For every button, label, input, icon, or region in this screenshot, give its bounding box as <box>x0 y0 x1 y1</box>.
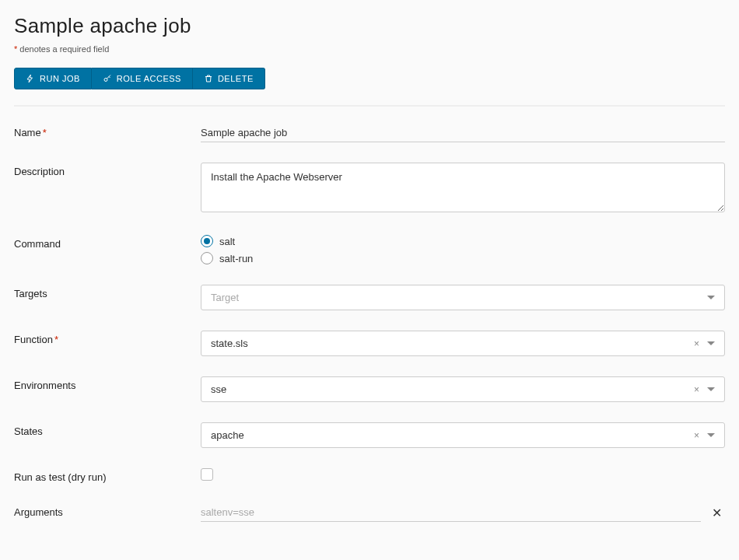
run-job-button[interactable]: RUN JOB <box>14 68 92 89</box>
name-label: Name* <box>14 124 201 138</box>
states-select[interactable]: apache × <box>201 422 725 448</box>
command-radio-salt[interactable]: salt <box>201 235 725 247</box>
section-divider <box>14 105 725 107</box>
page-title: Sample apache job <box>14 14 725 38</box>
bolt-icon <box>26 74 35 83</box>
radio-unchecked-icon <box>201 252 213 264</box>
run-as-test-checkbox[interactable] <box>201 468 213 481</box>
select-placeholder: Target <box>211 292 239 303</box>
key-icon <box>103 74 112 83</box>
command-label: Command <box>14 235 201 250</box>
radio-label: salt-run <box>219 253 253 264</box>
environments-select[interactable]: sse × <box>201 376 725 402</box>
command-radio-salt-run[interactable]: salt-run <box>201 252 725 264</box>
chevron-down-icon <box>707 296 715 299</box>
states-label: States <box>14 422 201 437</box>
chevron-down-icon <box>707 433 715 437</box>
function-select[interactable]: state.sls × <box>201 331 725 356</box>
targets-select[interactable]: Target <box>201 285 725 310</box>
name-input[interactable] <box>201 124 725 142</box>
radio-checked-icon <box>201 235 213 247</box>
role-access-button[interactable]: ROLE ACCESS <box>92 68 193 89</box>
argument-item: ✕ <box>201 503 725 522</box>
chevron-down-icon <box>707 387 715 391</box>
trash-icon <box>204 74 213 83</box>
arguments-label: Arguments <box>14 503 201 518</box>
targets-label: Targets <box>14 285 201 299</box>
svg-point-0 <box>104 79 107 82</box>
chevron-down-icon <box>707 341 715 345</box>
select-value: sse <box>211 383 226 395</box>
argument-input[interactable] <box>201 503 701 522</box>
clear-icon[interactable]: × <box>694 431 699 440</box>
remove-argument-icon[interactable]: ✕ <box>709 506 725 520</box>
select-value: state.sls <box>211 338 248 349</box>
environments-label: Environments <box>14 376 201 391</box>
description-textarea[interactable]: Install the Apache Webserver <box>201 163 725 212</box>
delete-button[interactable]: DELETE <box>193 68 265 89</box>
required-field-note: *denotes a required field <box>14 44 725 54</box>
function-label: Function* <box>14 331 201 345</box>
clear-icon[interactable]: × <box>694 385 699 394</box>
select-value: apache <box>211 429 244 441</box>
radio-label: salt <box>219 236 235 247</box>
clear-icon[interactable]: × <box>694 339 699 348</box>
toolbar: RUN JOB ROLE ACCESS DELETE <box>14 68 725 89</box>
description-label: Description <box>14 163 201 177</box>
run-as-test-label: Run as test (dry run) <box>14 468 201 483</box>
